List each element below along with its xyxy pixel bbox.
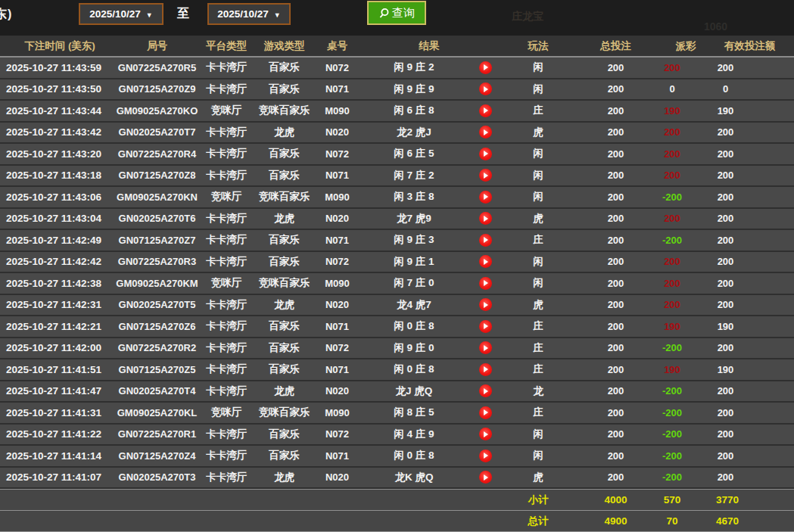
table-number-cell: N071 [316, 235, 358, 246]
play-video-icon[interactable] [479, 126, 492, 138]
valid-bet-cell: 190 [716, 105, 794, 117]
valid-bet-cell: 200 [716, 191, 794, 203]
table-number-cell: N020 [316, 385, 358, 397]
result-cell: 龙K 虎Q [358, 471, 470, 484]
result-cell: 闲 3 庄 8 [358, 190, 470, 204]
play-triangle [484, 280, 488, 286]
result-cell: 龙J 虎Q [358, 384, 470, 398]
play-triangle [484, 474, 488, 481]
game-type-cell: 龙虎 [252, 126, 316, 139]
game-type-cell: 百家乐 [252, 362, 316, 376]
col-header-platform: 平台类型 [201, 39, 252, 53]
replay-cell [470, 148, 500, 160]
bet-time-cell: 2025-10-27 11:42:49 [0, 235, 114, 246]
date-to-select[interactable]: 2025/10/27 ▼ [207, 3, 291, 25]
play-video-icon[interactable] [479, 191, 492, 204]
play-video-icon[interactable] [479, 471, 492, 484]
table-number-cell: N072 [316, 62, 358, 73]
platform-cell: 卡卡湾厅 [201, 255, 252, 269]
platform-cell: 竞咪厅 [201, 276, 252, 290]
game-type-cell: 百家乐 [252, 341, 316, 355]
table-number-cell: N020 [316, 126, 358, 138]
platform-cell: 卡卡湾厅 [201, 233, 252, 247]
result-cell: 闲 7 庄 0 [358, 276, 470, 290]
valid-bet-cell: 200 [716, 126, 794, 138]
play-triangle [484, 323, 488, 329]
play-video-icon[interactable] [479, 61, 492, 74]
play-video-icon[interactable] [479, 82, 492, 95]
play-video-icon[interactable] [479, 255, 492, 268]
bet-side-cell: 庄 [500, 362, 576, 376]
valid-bet-cell: 190 [716, 364, 794, 375]
play-video-icon[interactable] [479, 234, 492, 247]
col-header-bet: 玩法 [500, 39, 576, 53]
result-cell: 闲 7 庄 2 [358, 169, 470, 182]
play-video-icon[interactable] [479, 406, 492, 419]
play-video-icon[interactable] [479, 428, 492, 440]
result-cell: 闲 9 庄 2 [358, 61, 470, 74]
table-number-cell: N072 [316, 148, 358, 160]
table-row: 2025-10-27 11:43:59GN07225A270R5卡卡湾厅百家乐N… [0, 58, 794, 79]
platform-cell: 卡卡湾厅 [201, 61, 252, 74]
play-video-icon[interactable] [479, 212, 492, 225]
play-triangle [484, 173, 488, 179]
table-row: 2025-10-27 11:41:22GN07225A270R1卡卡湾厅百家乐N… [0, 425, 794, 446]
game-type-cell: 百家乐 [252, 233, 316, 247]
play-video-icon[interactable] [479, 169, 492, 182]
table-number-cell: N072 [316, 342, 358, 353]
play-triangle [484, 388, 488, 394]
play-video-icon[interactable] [479, 384, 492, 397]
total-bet-cell: 200 [576, 213, 655, 224]
play-video-icon[interactable] [479, 320, 492, 333]
round-id-cell: GN07125A270Z6 [114, 321, 201, 332]
round-id-cell: GN02025A270T7 [114, 126, 201, 138]
bet-side-cell: 闲 [500, 82, 576, 96]
valid-bet-cell: 200 [716, 170, 794, 181]
round-id-cell: GN02025A270T4 [114, 385, 201, 397]
replay-cell [470, 298, 500, 311]
table-row: 2025-10-27 11:41:31GM09025A270KL竞咪厅竞咪百家乐… [0, 403, 794, 425]
payout-cell: 200 [655, 62, 716, 73]
platform-cell: 竞咪厅 [201, 406, 252, 419]
col-header-total: 总投注 [576, 39, 655, 53]
bet-time-cell: 2025-10-27 11:41:07 [0, 471, 114, 483]
play-triangle [484, 259, 488, 265]
round-id-cell: GN07225A270R5 [114, 62, 201, 73]
date-from-select[interactable]: 2025/10/27 ▼ [79, 3, 163, 25]
grand-total-row: 总计4900704670 [0, 510, 794, 531]
game-type-cell: 竞咪百家乐 [252, 104, 316, 117]
play-triangle [484, 64, 488, 70]
payout-cell: -200 [655, 471, 716, 483]
play-video-icon[interactable] [479, 148, 492, 160]
bet-side-cell: 庄 [500, 319, 576, 333]
round-id-cell: GM09025A270KO [114, 105, 201, 117]
play-video-icon[interactable] [479, 450, 492, 462]
play-video-icon[interactable] [479, 277, 492, 290]
bet-side-cell: 虎 [500, 212, 576, 226]
platform-cell: 卡卡湾厅 [201, 384, 252, 398]
replay-cell [470, 169, 500, 182]
game-type-cell: 龙虎 [252, 384, 316, 398]
round-id-cell: GN02025A270T5 [114, 299, 201, 310]
table-row: 2025-10-27 11:43:44GM09025A270KO竞咪厅竞咪百家乐… [0, 101, 794, 123]
game-type-cell: 百家乐 [252, 147, 316, 160]
query-button[interactable]: 查询 [367, 1, 426, 25]
table-row: 2025-10-27 11:42:31GN02025A270T5卡卡湾厅龙虎N0… [0, 295, 794, 317]
play-video-icon[interactable] [479, 363, 492, 376]
play-triangle [484, 151, 488, 157]
total-bet-cell: 200 [576, 321, 655, 332]
play-triangle [484, 194, 488, 200]
replay-cell [470, 320, 500, 333]
play-video-icon[interactable] [479, 298, 492, 311]
replay-cell [470, 450, 500, 462]
play-video-icon[interactable] [479, 104, 492, 117]
play-video-icon[interactable] [479, 341, 492, 354]
table-number-cell: N072 [316, 256, 358, 267]
play-triangle [484, 86, 488, 92]
payout-cell: 200 [655, 213, 716, 224]
subtotal-row-label: 小计 [500, 493, 576, 507]
bet-side-cell: 闲 [500, 255, 576, 269]
col-header-time: 下注时间 (美东) [0, 39, 114, 53]
replay-cell [470, 255, 500, 268]
bet-time-cell: 2025-10-27 11:43:44 [0, 105, 114, 117]
